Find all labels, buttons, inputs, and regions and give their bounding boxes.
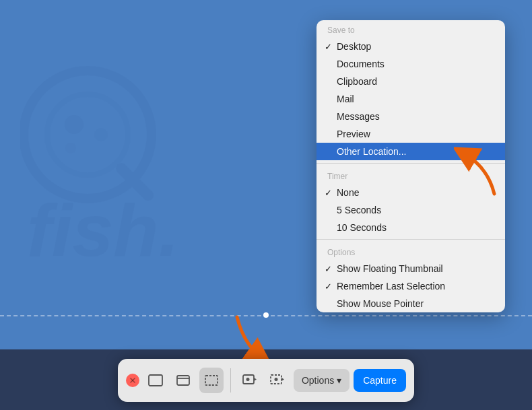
menu-item-documents[interactable]: Documents: [317, 55, 505, 73]
svg-rect-12: [177, 376, 189, 385]
options-label: Options: [317, 242, 505, 260]
toolbar: Options ▾ Capture: [118, 359, 414, 402]
capture-button[interactable]: Capture: [354, 369, 406, 392]
close-button[interactable]: [126, 374, 139, 387]
svg-marker-17: [254, 378, 257, 381]
screen-record-button[interactable]: [238, 368, 262, 393]
svg-marker-20: [281, 378, 284, 381]
selection-capture-button[interactable]: [199, 368, 224, 393]
menu-item-5-seconds[interactable]: 5 Seconds: [317, 201, 505, 219]
toolbar-options: Options ▾ Capture: [294, 369, 406, 392]
toolbar-separator-1: [230, 368, 231, 392]
options-button[interactable]: Options ▾: [294, 369, 350, 392]
fullscreen-capture-button[interactable]: [143, 368, 168, 393]
menu-item-clipboard[interactable]: Clipboard: [317, 73, 505, 90]
menu-divider-2: [317, 239, 505, 240]
arrow-up-icon: [454, 147, 508, 201]
options-label: Options: [302, 375, 334, 386]
menu-item-preview[interactable]: Preview: [317, 125, 505, 143]
menu-item-show-floating-thumbnail[interactable]: Show Floating Thumbnail: [317, 260, 505, 277]
svg-point-16: [246, 378, 249, 381]
menu-item-messages[interactable]: Messages: [317, 108, 505, 125]
svg-rect-11: [149, 375, 162, 386]
menu-item-mail[interactable]: Mail: [317, 90, 505, 108]
menu-item-desktop[interactable]: Desktop: [317, 38, 505, 55]
save-to-label: Save to: [317, 20, 505, 38]
options-chevron: ▾: [337, 375, 341, 386]
menu-item-10-seconds[interactable]: 10 Seconds: [317, 219, 505, 236]
svg-point-19: [275, 378, 278, 381]
arrow-down-icon: [224, 310, 277, 364]
menu-item-show-mouse-pointer[interactable]: Show Mouse Pointer: [317, 295, 505, 312]
menu-item-remember-last-selection[interactable]: Remember Last Selection: [317, 277, 505, 295]
window-capture-button[interactable]: [172, 368, 196, 393]
svg-rect-14: [205, 376, 218, 385]
selection-record-button[interactable]: [265, 368, 290, 393]
